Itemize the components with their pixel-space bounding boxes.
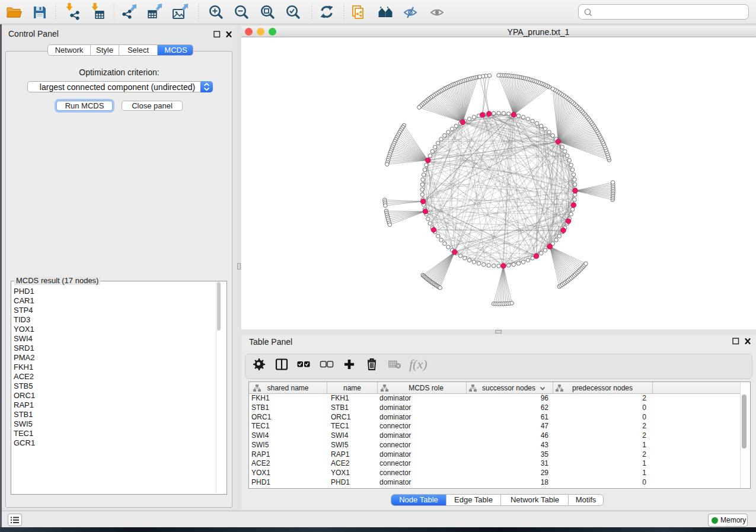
svg-text:f(x): f(x) xyxy=(409,357,428,371)
